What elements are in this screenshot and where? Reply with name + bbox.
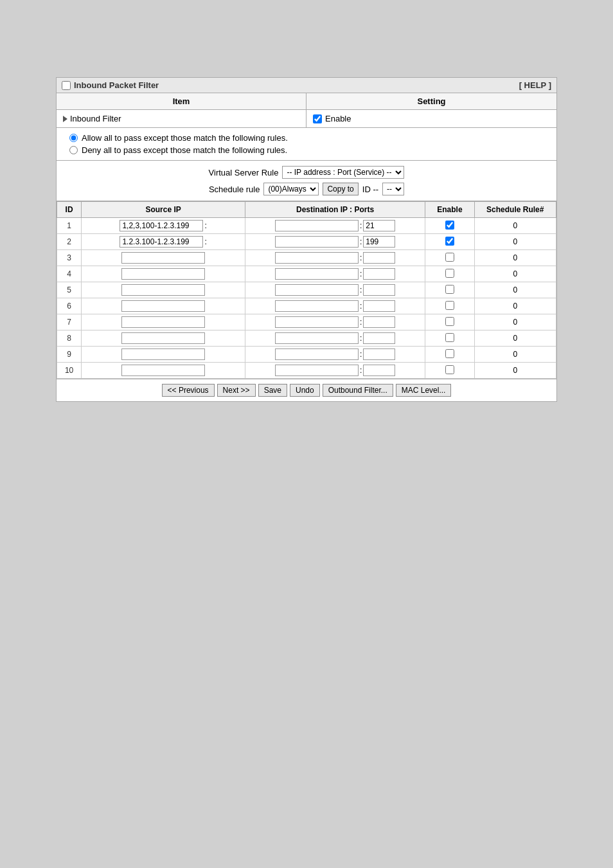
dest-port-input[interactable] [363,252,395,264]
dest-colon: : [360,350,362,359]
radio-rules-row: Allow all to pass except those match the… [57,128,556,161]
enable-row-checkbox[interactable] [445,365,454,374]
next-button[interactable]: Next >> [217,384,256,397]
table-header-row: ID Source IP Destination IP : Ports Enab… [57,202,556,218]
outbound-filter-button[interactable]: Outbound Filter... [323,384,393,397]
cell-schedule: 0 [474,282,556,298]
cell-schedule: 0 [474,234,556,250]
copy-to-button[interactable]: Copy to [323,183,358,195]
inbound-packet-filter-panel: Inbound Packet Filter [ HELP ] Item Sett… [56,77,557,402]
table-row: 9:0 [57,347,556,363]
dest-port-input[interactable] [363,268,395,280]
enable-row-checkbox[interactable] [445,269,454,278]
cell-enable [425,347,474,363]
inbound-filter-text: Inbound Filter [70,114,121,123]
cell-dest-ports: : [245,330,425,347]
save-button[interactable]: Save [258,384,287,397]
enable-row-checkbox[interactable] [445,253,454,262]
dest-port-input[interactable] [363,300,395,312]
table-row: 4:0 [57,266,556,282]
column-headers: Item Setting [57,93,556,110]
cell-id: 9 [57,347,82,363]
dest-colon: : [360,318,362,327]
enable-checkbox[interactable] [313,114,322,123]
panel-title: Inbound Packet Filter [62,80,159,90]
cell-source-ip [82,347,245,363]
mac-level-button[interactable]: MAC Level... [396,384,452,397]
dest-port-input[interactable] [363,332,395,344]
source-ip-input[interactable] [121,348,205,360]
cell-id: 10 [57,363,82,379]
radio-deny[interactable] [69,146,78,154]
enable-row-checkbox[interactable] [445,333,454,342]
undo-button[interactable]: Undo [290,384,320,397]
enable-row-checkbox[interactable] [445,349,454,358]
cell-id: 2 [57,234,82,250]
dest-ip-input[interactable] [275,236,359,248]
dest-ip-input[interactable] [275,252,359,264]
source-ip-input[interactable] [121,316,205,328]
th-source-ip: Source IP [82,202,245,218]
cell-source-ip [82,363,245,379]
source-ip-input[interactable] [120,236,203,248]
dest-ip-input[interactable] [275,300,359,312]
panel-toggle-checkbox[interactable] [62,81,71,90]
cell-dest-ports: : [245,298,425,314]
virtual-server-select[interactable]: -- IP address : Port (Service) -- [282,166,404,179]
source-ip-input[interactable] [121,284,205,296]
virtual-server-row: Virtual Server Rule -- IP address : Port… [57,161,556,201]
dest-colon: : [360,221,362,230]
dest-ip-input[interactable] [275,220,359,231]
dest-port-input[interactable] [363,236,395,248]
cell-schedule: 0 [474,250,556,266]
radio-allow[interactable] [69,134,78,142]
schedule-select[interactable]: (00)Always [263,183,319,195]
source-ip-input[interactable] [121,268,205,280]
table-row: 8:0 [57,330,556,347]
cell-dest-ports: : [245,347,425,363]
dest-port-input[interactable] [363,284,395,296]
dest-colon: : [360,366,362,375]
filter-table: ID Source IP Destination IP : Ports Enab… [57,201,556,379]
enable-row-checkbox[interactable] [445,221,454,230]
id-select[interactable]: -- [382,183,404,195]
enable-row-checkbox[interactable] [445,285,454,294]
cell-schedule: 0 [474,314,556,330]
dest-ip-input[interactable] [275,332,359,344]
enable-row-checkbox[interactable] [445,301,454,310]
cell-dest-ports: : [245,218,425,234]
source-ip-input[interactable] [121,300,205,312]
cell-dest-ports: : [245,234,425,250]
enable-row-checkbox[interactable] [445,237,454,246]
source-ip-input[interactable] [120,220,203,231]
cell-enable [425,234,474,250]
source-ip-input[interactable] [121,332,205,344]
prev-button[interactable]: << Previous [162,384,215,397]
cell-enable [425,250,474,266]
table-row: 5:0 [57,282,556,298]
table-row: 6:0 [57,298,556,314]
dest-port-input[interactable] [363,365,395,376]
source-colon: : [204,221,206,230]
cell-source-ip: : [82,218,245,234]
enable-row-checkbox[interactable] [445,317,454,326]
inbound-filter-label: Inbound Filter [57,110,306,127]
expand-icon [63,116,67,122]
dest-port-input[interactable] [363,316,395,328]
source-ip-input[interactable] [121,365,205,376]
cell-id: 6 [57,298,82,314]
dest-ip-input[interactable] [275,268,359,280]
source-ip-input[interactable] [121,252,205,264]
dest-port-input[interactable] [363,220,395,231]
dest-ip-input[interactable] [275,284,359,296]
dest-ip-input[interactable] [275,365,359,376]
cell-dest-ports: : [245,314,425,330]
cell-source-ip [82,298,245,314]
radio-allow-label: Allow all to pass except those match the… [82,133,288,143]
dest-ip-input[interactable] [275,348,359,360]
dest-colon: : [360,269,362,278]
cell-id: 1 [57,218,82,234]
dest-ip-input[interactable] [275,316,359,328]
dest-port-input[interactable] [363,348,395,360]
help-link[interactable]: [ HELP ] [519,80,551,90]
